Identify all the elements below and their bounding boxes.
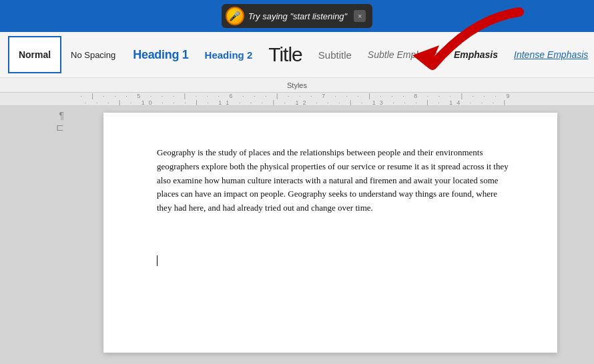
style-item-no-spacing[interactable]: No Spacing xyxy=(61,36,125,73)
text-cursor xyxy=(157,255,158,266)
style-item-heading2[interactable]: Heading 2 xyxy=(197,36,261,73)
voice-close-button[interactable]: × xyxy=(354,10,366,22)
style-item-heading1[interactable]: Heading 1 xyxy=(125,36,196,73)
paragraph-icon: ¶ xyxy=(59,110,64,121)
style-item-subtle-emphasis[interactable]: Subtle Emphasis xyxy=(360,36,446,73)
voice-icon xyxy=(226,7,244,25)
document-page[interactable]: Geography is the study of places and the… xyxy=(103,113,557,353)
style-item-subtitle[interactable]: Subtitle xyxy=(310,36,360,73)
main-layout: ¶ ⊏ Geography is the study of places and… xyxy=(0,106,594,364)
voice-notification[interactable]: Try saying "start listening" × xyxy=(222,4,372,28)
style-item-intense-emphasis[interactable]: Intense Emphasis xyxy=(506,36,594,73)
styles-row: Normal No Spacing Heading 1 Heading 2 Ti… xyxy=(0,32,594,77)
styles-label: Styles xyxy=(0,77,594,92)
style-item-normal[interactable]: Normal xyxy=(8,36,61,73)
top-bar: Try saying "start listening" × xyxy=(0,0,594,32)
ribbon: Normal No Spacing Heading 1 Heading 2 Ti… xyxy=(0,32,594,93)
style-item-emphasis[interactable]: Emphasis xyxy=(446,36,506,73)
style-item-title[interactable]: Title xyxy=(260,36,310,73)
document-area: Geography is the study of places and the… xyxy=(67,106,594,364)
voice-text: Try saying "start listening" xyxy=(248,11,347,21)
left-margin: ¶ ⊏ xyxy=(0,106,67,364)
ruler: · · · | · · · | · · · 1 · · · | · · · 2 … xyxy=(0,93,594,106)
document-paragraph[interactable]: Geography is the study of places and the… xyxy=(157,146,511,215)
indent-icon: ⊏ xyxy=(56,122,64,133)
